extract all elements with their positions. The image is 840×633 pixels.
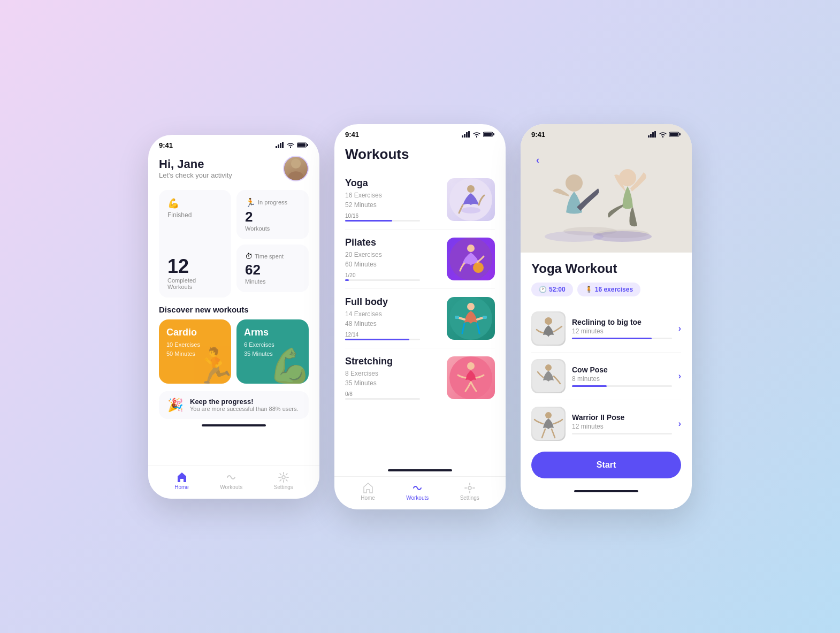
- home-greeting: Hi, Jane Let's check your activity: [159, 157, 232, 179]
- thumb-yoga: [447, 178, 495, 221]
- nav-workouts-1[interactable]: Workouts: [220, 471, 242, 490]
- svg-rect-2: [280, 143, 281, 148]
- person-icon: 🧍: [585, 286, 593, 293]
- back-button[interactable]: ‹: [529, 152, 546, 169]
- exercise-item-2[interactable]: Cow Pose 8 minutes ›: [531, 353, 681, 400]
- svg-point-9: [282, 476, 285, 479]
- cardio-icon: 🏃: [194, 346, 231, 384]
- finished-label-row: 💪 Finished: [167, 197, 223, 219]
- workout-item-fullbody[interactable]: Full body 14 Exercises48 Minutes 12/14: [345, 289, 495, 348]
- chevron-3[interactable]: ›: [678, 419, 681, 429]
- exercise-item-1[interactable]: Reclining to big toe 12 minutes ›: [531, 305, 681, 353]
- in-progress-card: 🏃 In progress 2 Workouts: [236, 190, 309, 239]
- progress-track-yoga: [345, 220, 420, 222]
- svg-rect-11: [464, 134, 465, 138]
- workout-item-yoga[interactable]: Yoga 16 Exercises52 Minutes 10/16: [345, 170, 495, 230]
- workout-info-yoga: Yoga 16 Exercises52 Minutes 10/16: [345, 178, 420, 222]
- workout-name-stretching: Stretching: [345, 356, 420, 367]
- exercise-progress-3: [572, 433, 672, 434]
- exercise-name-1: Reclining to big toe: [572, 318, 672, 326]
- home-indicator-3: [574, 490, 638, 492]
- nav-home-2[interactable]: Home: [361, 482, 375, 501]
- status-time-1: 9:41: [159, 141, 173, 149]
- progress-track-fullbody: [345, 339, 420, 340]
- yoga-detail-content: Yoga Workout 🕐 52:00 🧍 16 exercises: [521, 253, 692, 487]
- exercise-info-1: Reclining to big toe 12 minutes: [572, 318, 672, 339]
- svg-point-24: [467, 303, 475, 310]
- exercise-duration-2: 8 minutes: [572, 375, 672, 383]
- progress-wrap-yoga: 10/16: [345, 213, 420, 222]
- yoga-workout-title: Yoga Workout: [531, 261, 681, 276]
- status-icons-2: [462, 131, 495, 138]
- workouts-icon-2: [411, 482, 423, 494]
- svg-rect-25: [455, 316, 459, 319]
- svg-point-18: [461, 207, 480, 213]
- exercise-thumb-3: [531, 407, 566, 441]
- svg-point-22: [473, 262, 484, 273]
- signal-icon-2: [462, 131, 470, 138]
- yoga-badges: 🕐 52:00 🧍 16 exercises: [531, 283, 681, 296]
- bottom-nav-2: Home Workouts Settings: [334, 476, 506, 509]
- clock-icon: 🕐: [539, 286, 547, 293]
- banner-icon: 🎉: [167, 398, 184, 413]
- chevron-1[interactable]: ›: [678, 324, 681, 333]
- workout-item-stretching[interactable]: Stretching 8 Exercises35 Minutes 0/8: [345, 348, 495, 407]
- thumb-pilates: [447, 238, 495, 280]
- svg-point-45: [545, 317, 552, 325]
- arms-card[interactable]: Arms 6 Exercises 35 Minutes 💪: [236, 319, 309, 384]
- time-spent-row: ⏱ Time spent: [245, 252, 300, 261]
- svg-point-28: [467, 362, 475, 370]
- nav-workouts-2[interactable]: Workouts: [406, 482, 429, 501]
- workout-name-fullbody: Full body: [345, 296, 420, 308]
- bottom-nav-1: Home Workouts Settings: [148, 466, 319, 499]
- settings-icon-1: [278, 471, 289, 483]
- phone-workouts: 9:41 Workouts Yoga: [334, 124, 506, 509]
- phone-yoga-detail: 9:41: [521, 124, 692, 509]
- exercise-name-3: Warrior II Pose: [572, 413, 672, 422]
- wifi-icon: [286, 142, 295, 148]
- exercise-item-3[interactable]: Warrior II Pose 12 minutes ›: [531, 400, 681, 447]
- home-header: Hi, Jane Let's check your activity: [159, 156, 309, 181]
- battery-icon-3: [669, 131, 681, 138]
- nav-workouts-label-1: Workouts: [220, 484, 242, 490]
- exercise-name-2: Cow Pose: [572, 365, 672, 374]
- battery-icon-2: [483, 131, 495, 138]
- svg-point-7: [291, 158, 301, 168]
- svg-rect-13: [468, 131, 470, 138]
- finished-number: 12 Completed Workouts: [167, 256, 223, 290]
- home-content: Hi, Jane Let's check your activity 💪 Fin…: [148, 151, 319, 419]
- status-bar-1: 9:41: [148, 135, 319, 151]
- progress-label-fullbody: 12/14: [345, 332, 420, 338]
- svg-rect-12: [466, 132, 468, 138]
- cardio-card[interactable]: Cardio 10 Exercises 50 Minutes 🏃: [159, 319, 231, 384]
- workout-item-pilates[interactable]: Pilates 20 Exercises60 Minutes 1/20: [345, 230, 495, 289]
- nav-home-1[interactable]: Home: [174, 471, 189, 490]
- start-button[interactable]: Start: [531, 452, 681, 478]
- wifi-icon-3: [659, 131, 667, 138]
- settings-icon-2: [464, 482, 476, 494]
- avatar-image: [284, 157, 308, 180]
- in-progress-count: 2: [245, 209, 300, 225]
- status-bar-2: 9:41: [334, 124, 506, 141]
- in-progress-row: 🏃 In progress: [245, 197, 300, 208]
- progress-fill-fullbody: [345, 339, 409, 340]
- svg-point-49: [545, 412, 552, 418]
- exercise-info-2: Cow Pose 8 minutes: [572, 365, 672, 387]
- chevron-2[interactable]: ›: [678, 371, 681, 381]
- progress-banner: 🎉 Keep the progress! You are more succes…: [159, 391, 309, 419]
- battery-icon: [297, 142, 309, 148]
- svg-rect-35: [670, 133, 678, 136]
- workout-name-pilates: Pilates: [345, 237, 420, 248]
- svg-point-21: [467, 245, 475, 252]
- svg-point-29: [468, 486, 471, 490]
- workouts-icon-1: [225, 471, 237, 483]
- banner-text: Keep the progress! You are more successf…: [190, 398, 299, 412]
- nav-settings-2[interactable]: Settings: [460, 482, 479, 501]
- svg-rect-15: [484, 133, 492, 136]
- banner-title: Keep the progress!: [190, 398, 299, 406]
- nav-settings-1[interactable]: Settings: [274, 471, 293, 490]
- greeting-name: Hi, Jane: [159, 157, 232, 171]
- exercise-progress-fill-1: [572, 338, 652, 339]
- workout-info-fullbody: Full body 14 Exercises48 Minutes 12/14: [345, 296, 420, 340]
- svg-point-47: [545, 364, 552, 371]
